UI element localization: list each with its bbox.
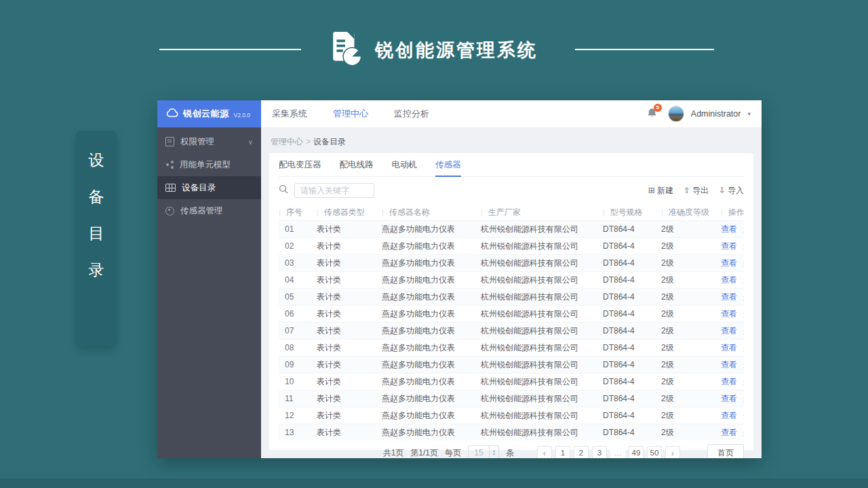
cell-sensor-name: 燕赵多功能电力仪表 [382,342,481,354]
avatar[interactable] [668,106,684,122]
delete-link[interactable]: 删除 [743,427,744,439]
delete-link[interactable]: 删除 [743,291,744,303]
notification-bell-icon[interactable]: 5 [647,107,657,121]
cell-sensor-type: 表计类 [317,274,382,286]
view-link[interactable]: 查看 [721,393,737,405]
cell-index: 01 [279,224,317,234]
delete-link[interactable]: 删除 [743,410,744,422]
cell-sensor-type: 表计类 [317,308,382,320]
pager-page-button[interactable]: 3 [592,446,607,458]
view-link[interactable]: 查看 [721,325,737,337]
cell-model: DT864-4 [603,428,661,437]
sidebar-item[interactable]: 用能单元模型 [157,153,261,176]
cell-accuracy-grade: 2级 [661,325,721,337]
cell-model: DT864-4 [603,309,661,319]
cell-model: DT864-4 [603,292,661,302]
delete-link[interactable]: 删除 [743,393,744,405]
delete-link[interactable]: 删除 [743,274,744,286]
delete-link[interactable]: 删除 [743,325,744,337]
topnav-item[interactable]: 监控分析 [394,108,429,120]
pager-next-icon[interactable]: › [665,446,680,458]
device-tab[interactable]: 电动机 [392,153,418,176]
device-tab[interactable]: 配电变压器 [279,153,321,176]
toolbar-button[interactable]: ⇩ 导入 [719,185,744,197]
per-page-stepper-icon[interactable]: ▲▼ [489,446,498,458]
view-link[interactable]: 查看 [721,342,737,354]
cell-accuracy-grade: 2级 [661,427,721,439]
sidebar-item[interactable]: 设备目录 [157,176,261,199]
toolbar-button[interactable]: ⇧ 导出 [684,185,709,197]
cell-index: 09 [279,360,317,369]
cell-manufacturer: 杭州锐创能源科技有限公司 [481,291,603,303]
breadcrumb-parent[interactable]: 管理中心 [271,137,303,146]
delete-link[interactable]: 删除 [743,224,744,235]
view-link[interactable]: 查看 [721,258,737,269]
cell-index: 03 [279,258,317,268]
cell-sensor-type: 表计类 [317,325,382,337]
pager-pages: 1 2 3 … 49 50 [555,446,662,458]
cell-accuracy-grade: 2级 [661,393,721,405]
username[interactable]: Administrator [691,109,741,119]
sidebar-item[interactable]: 权限管理 ∨ [157,130,261,153]
sidebar-item-icon [165,184,176,192]
cell-accuracy-grade: 2级 [661,241,721,252]
pager-page-button[interactable]: … [610,446,625,458]
cell-sensor-type: 表计类 [317,291,382,303]
pager-prev-icon[interactable]: ‹ [537,446,552,458]
per-page-value: 15 [469,446,489,458]
cell-index: 04 [279,275,317,285]
search-icon [279,184,288,197]
view-link[interactable]: 查看 [721,308,737,320]
toolbar-button-icon: ⇧ [684,186,690,195]
toolbar-button[interactable]: ⊞ 新建 [648,185,673,197]
table-row: 10 表计类 燕赵多功能电力仪表 杭州锐创能源科技有限公司 DT864-4 2级… [279,373,744,390]
topnav-item[interactable]: 采集系统 [272,108,307,120]
pager-page-button[interactable]: 49 [629,446,644,458]
topnav-item[interactable]: 管理中心 [333,108,368,120]
cell-model: DT864-4 [603,360,661,369]
view-link[interactable]: 查看 [721,224,737,235]
view-link[interactable]: 查看 [721,274,737,286]
table-row: 04 表计类 燕赵多功能电力仪表 杭州锐创能源科技有限公司 DT864-4 2级… [279,271,744,288]
device-tab[interactable]: 配电线路 [340,153,374,176]
pager-page-button[interactable]: 50 [647,446,662,458]
delete-link[interactable]: 删除 [743,342,744,354]
cell-sensor-type: 表计类 [317,376,382,388]
cell-index: 02 [279,241,317,251]
view-link[interactable]: 查看 [721,291,737,303]
cell-sensor-name: 燕赵多功能电力仪表 [382,241,481,252]
view-link[interactable]: 查看 [721,410,737,422]
cell-model: DT864-4 [603,224,661,234]
delete-link[interactable]: 删除 [743,308,744,320]
user-chevron-down-icon[interactable]: ▾ [747,110,751,117]
view-link[interactable]: 查看 [721,427,737,439]
sidebar-item-label: 权限管理 [180,136,214,148]
delete-link[interactable]: 删除 [743,241,744,252]
table-row: 12 表计类 燕赵多功能电力仪表 杭州锐创能源科技有限公司 DT864-4 2级… [279,407,744,424]
home-page-button[interactable]: 首页 [707,444,744,458]
cell-index: 06 [279,309,317,319]
cell-sensor-type: 表计类 [317,427,382,439]
row-actions: 查看 删除 [721,359,744,371]
view-link[interactable]: 查看 [721,376,737,388]
table-header-cell: 操作 [721,207,744,218]
delete-link[interactable]: 删除 [743,376,744,388]
topbar-right: 5 Administrator ▾ [647,106,751,122]
pager-page-button[interactable]: 1 [555,446,570,458]
cell-sensor-type: 表计类 [317,359,382,371]
table-header-cell: 生产厂家 [481,207,603,218]
toolbar-button-icon: ⊞ [648,186,655,195]
pager-page-button[interactable]: 2 [574,446,589,458]
cell-manufacturer: 杭州锐创能源科技有限公司 [481,359,603,371]
search-input[interactable] [294,183,374,198]
sidebar-item[interactable]: 传感器管理 [157,199,261,222]
per-page-select[interactable]: 15 ▲▼ [468,445,499,458]
delete-link[interactable]: 删除 [743,258,744,269]
device-tab[interactable]: 传感器 [435,153,461,176]
view-link[interactable]: 查看 [721,241,737,252]
cell-index: 11 [279,394,317,403]
cell-accuracy-grade: 2级 [661,308,721,320]
delete-link[interactable]: 删除 [743,359,744,371]
view-link[interactable]: 查看 [721,359,737,371]
cell-sensor-type: 表计类 [317,224,382,235]
